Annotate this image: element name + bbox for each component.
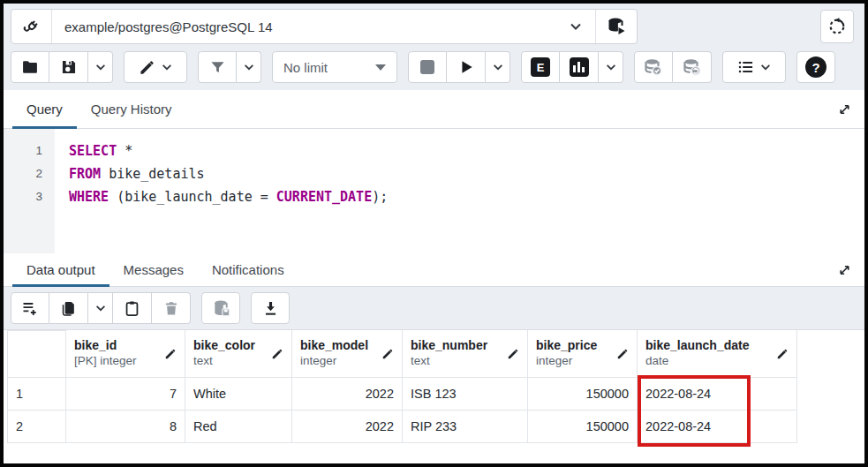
cell-bike-id[interactable]: 7 [66,378,185,411]
cancel-query-button[interactable] [408,51,447,83]
tab-query-label: Query [26,102,63,117]
execute-options-button[interactable] [486,51,510,83]
column-header-bike-price[interactable]: bike_price integer [528,330,638,378]
cell-bike-color[interactable]: White [185,378,292,411]
chevron-down-icon [243,61,255,73]
plug-icon [21,16,42,37]
tab-data-output-label: Data output [26,262,95,277]
numbered-list-icon [737,58,755,76]
column-type: integer [300,354,376,369]
column-header-bike-launch-date[interactable]: bike_launch_date date [638,330,797,378]
transaction-group [634,51,712,83]
column-header-bike-model[interactable]: bike_model integer [292,330,403,378]
copy-button[interactable] [49,292,88,324]
sql-keyword: SELECT [69,143,117,159]
tab-notifications[interactable]: Notifications [198,253,298,286]
save-options-button[interactable] [88,51,113,83]
column-type: date [645,354,771,369]
connection-status-button[interactable] [11,10,52,43]
expand-diagonal-icon [837,262,852,277]
column-type: [PK] integer [74,354,159,369]
rollback-button[interactable] [673,51,712,83]
open-file-button[interactable] [11,51,49,83]
column-header-bike-number[interactable]: bike_number text [403,330,528,378]
save-data-button[interactable] [201,292,240,324]
row-number-header[interactable] [7,330,66,378]
new-connection-button[interactable] [595,10,637,43]
query-toolbar: No limit E [4,49,864,90]
macros-group [722,51,786,83]
tab-notifications-label: Notifications [212,262,284,277]
row-limit-value: No limit [283,60,375,75]
chevron-down-icon [161,61,173,73]
chevron-down-icon [94,61,107,73]
explain-glyph: E [537,61,545,74]
download-results-button[interactable] [251,292,290,324]
line-number: 3 [4,185,42,208]
explain-analyze-button[interactable] [560,51,599,83]
cell-bike-price[interactable]: 150000 [528,378,638,411]
tab-data-output[interactable]: Data output [12,253,109,286]
cell-bike-price[interactable]: 150000 [528,411,638,443]
save-file-button[interactable] [49,51,88,83]
download-group [251,292,290,324]
row-selector[interactable]: 1 [7,378,66,411]
macros-button[interactable] [722,51,786,83]
edit-menu-button[interactable] [124,51,187,83]
save-icon [60,58,78,76]
paste-button[interactable] [113,292,152,324]
output-tabbar: Data output Messages Notifications [4,253,864,287]
delete-row-button[interactable] [152,292,191,324]
copy-options-button[interactable] [88,292,113,324]
tab-query[interactable]: Query [12,90,77,128]
tab-messages[interactable]: Messages [109,253,198,286]
column-header-bike-id[interactable]: bike_id [PK] integer [66,330,185,378]
output-expand-button[interactable] [837,262,852,277]
cell-bike-number[interactable]: ISB 123 [403,378,528,411]
execute-button[interactable] [447,51,486,83]
row-limit-select[interactable]: No limit [272,51,397,83]
column-type: text [193,354,266,369]
trash-icon [163,300,179,316]
filter-funnel-icon [209,59,226,76]
cell-bike-color[interactable]: Red [185,411,292,443]
cell-bike-model[interactable]: 2022 [292,378,403,411]
connection-dropdown[interactable]: example/postgres@PostgreSQL 14 [52,10,595,43]
help-group: ? [796,51,835,83]
edit-pencil-icon [507,348,519,360]
explain-options-button[interactable] [599,51,623,83]
cell-bike-launch-date[interactable]: 2022-08-24 [638,378,797,411]
explain-group: E [521,51,623,83]
edit-group [124,51,187,83]
grid-body: 1 7 White 2022 ISB 123 150000 2022-08-24… [7,378,864,443]
cell-bike-number[interactable]: RIP 233 [403,411,528,443]
column-type: text [411,354,502,369]
row-selector[interactable]: 2 [7,411,66,443]
cell-bike-model[interactable]: 2022 [292,411,403,443]
filter-options-button[interactable] [237,51,261,83]
pgadmin-query-tool-window: example/postgres@PostgreSQL 14 [0,0,868,467]
explain-button[interactable]: E [521,51,560,83]
save-data-group [201,292,240,324]
edit-pencil-icon [381,348,394,360]
sql-editor[interactable]: 1 2 3 SELECT * FROM bike_details WHERE (… [4,129,864,253]
column-header-bike-color[interactable]: bike_color text [185,330,292,378]
database-rollback-icon [682,56,703,78]
edit-pencil-icon [164,348,177,360]
file-group [11,51,113,83]
cell-bike-launch-date[interactable]: 2022-08-24 [638,411,797,443]
panel-expand-button[interactable] [837,102,852,117]
cell-bike-id[interactable]: 8 [66,411,185,443]
commit-button[interactable] [634,51,673,83]
help-button[interactable]: ? [796,51,835,83]
auto-rollback-button[interactable] [820,10,854,43]
tab-query-history[interactable]: Query History [77,90,186,128]
add-row-button[interactable] [11,292,49,324]
sql-text: bike_details [101,166,204,182]
sql-keyword: WHERE [69,189,109,205]
chevron-down-icon [94,302,107,314]
editor-code[interactable]: SELECT * FROM bike_details WHERE (bike_l… [55,129,864,253]
filter-button[interactable] [198,51,237,83]
execute-group [408,51,510,83]
database-connect-icon [606,16,627,37]
